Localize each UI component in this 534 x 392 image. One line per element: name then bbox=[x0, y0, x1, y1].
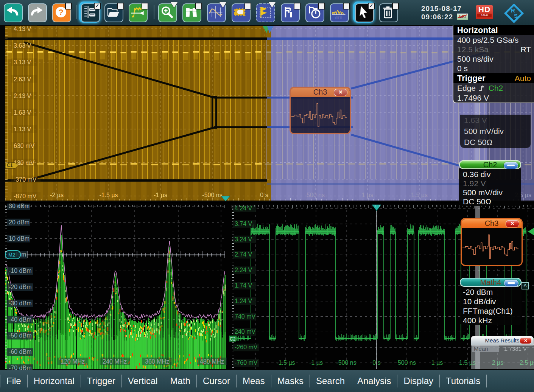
svg-text:2.13 V: 2.13 V bbox=[14, 93, 31, 99]
svg-text:0 s: 0 s bbox=[372, 359, 380, 366]
svg-text:1 µs: 1 µs bbox=[431, 359, 443, 366]
svg-text:1.74 V: 1.74 V bbox=[235, 282, 252, 289]
svg-text:30 dBm: 30 dBm bbox=[9, 204, 30, 209]
svg-text:480 MHz: 480 MHz bbox=[200, 358, 224, 365]
svg-text:-10 dBm: -10 dBm bbox=[9, 268, 31, 274]
svg-text:3.13 V: 3.13 V bbox=[14, 59, 31, 65]
svg-text:360 MHz: 360 MHz bbox=[145, 358, 169, 365]
svg-text:240 mV: 240 mV bbox=[235, 328, 255, 335]
svg-text:1.63 V: 1.63 V bbox=[14, 109, 31, 116]
svg-text:FFT: FFT bbox=[335, 16, 342, 20]
svg-text:0 s: 0 s bbox=[260, 192, 268, 198]
svg-text:120 MHz: 120 MHz bbox=[61, 358, 85, 365]
svg-text:M2: M2 bbox=[8, 252, 15, 258]
svg-text:740 mV: 740 mV bbox=[235, 313, 255, 320]
svg-text:2.74 V: 2.74 V bbox=[235, 251, 252, 258]
svg-text:-870 mV: -870 mV bbox=[14, 193, 37, 199]
svg-text:2.24 V: 2.24 V bbox=[235, 267, 252, 273]
svg-text:240 MHz: 240 MHz bbox=[103, 358, 127, 365]
svg-text:500 ns: 500 ns bbox=[398, 359, 416, 366]
svg-text:20 dBm: 20 dBm bbox=[9, 219, 30, 226]
svg-text:4.13 V: 4.13 V bbox=[14, 26, 31, 32]
svg-text:2.63 V: 2.63 V bbox=[14, 76, 31, 82]
svg-text:500 ns: 500 ns bbox=[307, 192, 325, 198]
svg-text:-30 dBm: -30 dBm bbox=[9, 300, 31, 306]
svg-text:-70 dBm: -70 dBm bbox=[9, 365, 31, 370]
svg-text:-760 mV: -760 mV bbox=[235, 359, 258, 366]
svg-text:C1: C1 bbox=[7, 163, 13, 168]
svg-text:-50 dBm: -50 dBm bbox=[9, 332, 31, 339]
svg-text:-500 ns: -500 ns bbox=[202, 192, 222, 198]
svg-text:1.24 V: 1.24 V bbox=[235, 298, 252, 304]
svg-text:3.63 V: 3.63 V bbox=[14, 42, 31, 49]
svg-text:-500 ns: -500 ns bbox=[336, 359, 356, 366]
svg-text:-20 dBm: -20 dBm bbox=[9, 284, 31, 290]
svg-text:1.5 µs: 1.5 µs bbox=[411, 192, 428, 198]
svg-text:630 mV: 630 mV bbox=[14, 143, 34, 149]
svg-text:3.24 V: 3.24 V bbox=[235, 236, 252, 243]
svg-text:-40 dBm: -40 dBm bbox=[9, 316, 31, 323]
svg-text:-370 mV: -370 mV bbox=[14, 176, 37, 183]
svg-text:-1.5 µs: -1.5 µs bbox=[276, 359, 295, 366]
svg-text:3.74 V: 3.74 V bbox=[235, 221, 252, 227]
svg-text:-2 µs: -2 µs bbox=[50, 192, 64, 198]
svg-text:1 µs: 1 µs bbox=[362, 192, 374, 198]
svg-text:?: ? bbox=[58, 7, 64, 17]
svg-text:-60 dBm: -60 dBm bbox=[9, 348, 31, 355]
svg-text:-1.5 µs: -1.5 µs bbox=[99, 192, 118, 198]
svg-text:S: S bbox=[514, 12, 518, 19]
svg-text:-1 µs: -1 µs bbox=[154, 192, 167, 198]
svg-text:1.13 V: 1.13 V bbox=[14, 126, 31, 132]
svg-text:-1 µs: -1 µs bbox=[309, 359, 323, 366]
svg-text:10 dBm: 10 dBm bbox=[9, 235, 30, 242]
svg-text:C2: C2 bbox=[230, 336, 236, 342]
svg-text:-260 mV: -260 mV bbox=[235, 344, 258, 350]
